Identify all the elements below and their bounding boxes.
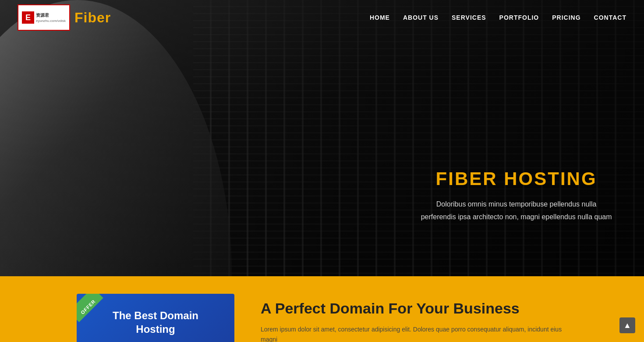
yellow-inner: OFFER The Best Domain Hosting A Perfect … [59, 294, 585, 342]
logo-brand: Fiber [74, 10, 111, 26]
logo-box: E 资源君 eyunzhu.com/vdisk [18, 4, 70, 31]
hero-subtitle-line2: perferendis ipsa architecto non, magni e… [421, 213, 612, 221]
nav-links: HOME ABOUT US SERVICES PORTFOLIO PRICING… [370, 14, 626, 21]
nav-item-portfolio[interactable]: PORTFOLIO [499, 14, 539, 21]
banner-title: The Best Domain Hosting [113, 309, 198, 336]
hero-subtitle-line1: Doloribus omnis minus temporibuse pellen… [436, 200, 597, 208]
banner-line2: Hosting [113, 322, 198, 336]
offer-badge: OFFER [77, 294, 103, 322]
nav-link-services[interactable]: SERVICES [452, 14, 486, 21]
banner-line1: The Best Domain [113, 309, 198, 322]
nav-item-services[interactable]: SERVICES [452, 14, 486, 21]
nav-item-contact[interactable]: CONTACT [594, 14, 626, 21]
logo-link[interactable]: E 资源君 eyunzhu.com/vdisk Fiber [18, 4, 111, 31]
nav-item-about[interactable]: ABOUT US [403, 14, 439, 21]
logo-cn-text: 资源君 [36, 13, 66, 18]
hero-subtitle: Doloribus omnis minus temporibuse pellen… [421, 198, 612, 224]
logo-url: eyunzhu.com/vdisk [36, 19, 66, 23]
hero-content: FIBER HOSTING Doloribus omnis minus temp… [421, 168, 612, 224]
domain-text-area: A Perfect Domain For Your Business Lorem… [261, 299, 567, 342]
nav-link-portfolio[interactable]: PORTFOLIO [499, 14, 539, 21]
domain-heading: A Perfect Domain For Your Business [261, 299, 567, 317]
hero-section: FIBER HOSTING Doloribus omnis minus temp… [0, 0, 644, 276]
nav-link-about[interactable]: ABOUT US [403, 14, 439, 21]
hero-overlay [0, 0, 644, 276]
yellow-section: OFFER The Best Domain Hosting A Perfect … [0, 276, 644, 342]
domain-banner: OFFER The Best Domain Hosting [77, 294, 234, 342]
logo-letter: E [22, 11, 34, 24]
scroll-to-top-button[interactable]: ▲ [619, 317, 635, 333]
nav-link-home[interactable]: HOME [370, 14, 390, 21]
hero-title: FIBER HOSTING [421, 168, 612, 189]
nav-link-contact[interactable]: CONTACT [594, 14, 626, 21]
nav-item-pricing[interactable]: PRICING [552, 14, 580, 21]
navbar: E 资源君 eyunzhu.com/vdisk Fiber HOME ABOUT… [0, 0, 644, 35]
nav-link-pricing[interactable]: PRICING [552, 14, 580, 21]
nav-item-home[interactable]: HOME [370, 14, 390, 21]
domain-desc: Lorem ipsum dolor sit amet, consectetur … [261, 324, 567, 342]
